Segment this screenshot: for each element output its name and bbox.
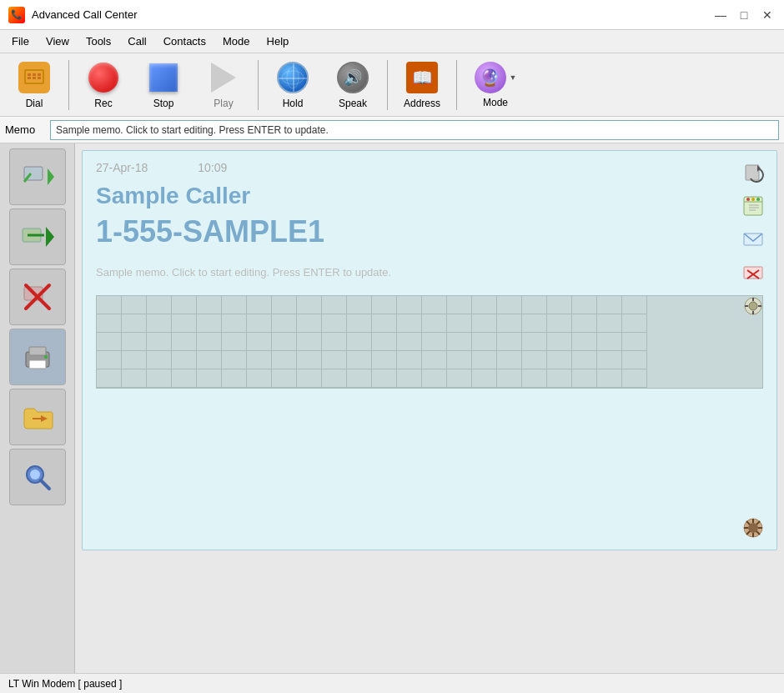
play-label: Play: [214, 98, 233, 109]
rec-label: Rec: [94, 98, 112, 109]
address-label: Address: [404, 98, 440, 109]
dial-icon: [18, 62, 50, 93]
rec-icon: [88, 63, 118, 93]
separator-3: [387, 60, 388, 110]
menu-file[interactable]: File: [3, 33, 38, 50]
menu-tools[interactable]: Tools: [78, 33, 119, 50]
toolbar: Dial Rec Stop Play Ho: [0, 53, 784, 117]
status-text: LT Win Modem [ paused ]: [8, 678, 122, 690]
menu-mode[interactable]: Mode: [214, 33, 259, 50]
svg-point-43: [749, 302, 757, 310]
right-panel: 27-Apr-18 10:09: [75, 143, 784, 673]
svg-point-26: [30, 470, 40, 480]
sidebar-print-button[interactable]: [9, 329, 66, 385]
caller-date: 27-Apr-18: [96, 161, 148, 174]
svg-rect-39: [744, 267, 762, 279]
svg-marker-11: [48, 168, 54, 185]
stop-label: Stop: [153, 98, 174, 109]
speak-button[interactable]: 🔊 Speak: [324, 57, 382, 113]
bottom-settings-row: [740, 515, 766, 541]
caller-card: 27-Apr-18 10:09: [82, 150, 777, 550]
sidebar-transfer-button[interactable]: [9, 148, 66, 205]
hold-label: Hold: [283, 98, 304, 109]
sidebar-search-button[interactable]: [9, 449, 66, 505]
address-icon-wrap: 📖: [405, 61, 440, 94]
minimize-button[interactable]: —: [712, 7, 729, 23]
menu-contacts[interactable]: Contacts: [155, 33, 214, 50]
svg-rect-28: [746, 165, 759, 180]
caller-settings-button[interactable]: [740, 293, 766, 319]
dial-button[interactable]: Dial: [5, 57, 63, 113]
hold-button[interactable]: Hold: [264, 57, 322, 113]
speak-icon-wrap: 🔊: [335, 61, 370, 94]
address-icon: 📖: [406, 62, 438, 93]
separator-1: [68, 60, 69, 110]
address-button[interactable]: 📖 Address: [393, 57, 451, 113]
call-grid: [96, 295, 763, 389]
maximize-button[interactable]: □: [736, 7, 752, 23]
sidebar-reject-button[interactable]: [9, 269, 66, 325]
svg-point-34: [756, 198, 760, 201]
dial-icon-wrap: [17, 61, 52, 94]
sidebar: [0, 143, 75, 673]
sidebar-open-button[interactable]: [9, 389, 66, 445]
dial-label: Dial: [26, 98, 43, 109]
play-icon: [211, 63, 236, 93]
status-bar: LT Win Modem [ paused ]: [0, 673, 784, 693]
caller-refresh-button[interactable]: [740, 159, 766, 186]
menu-call[interactable]: Call: [119, 33, 154, 50]
window-title: Advanced Call Center: [32, 8, 137, 21]
title-bar: 📞 Advanced Call Center — □ ✕: [0, 0, 784, 30]
separator-2: [258, 60, 259, 110]
stop-icon-wrap: [146, 61, 181, 94]
play-icon-wrap: [206, 61, 241, 94]
svg-point-8: [282, 71, 304, 84]
menu-help[interactable]: Help: [259, 33, 298, 50]
stop-button[interactable]: Stop: [134, 57, 193, 113]
app-icon: 📞: [8, 7, 25, 23]
svg-rect-22: [44, 355, 48, 359]
sidebar-forward-button[interactable]: [9, 208, 66, 265]
menu-view[interactable]: View: [38, 33, 78, 50]
svg-rect-4: [38, 73, 41, 76]
caller-name: Sample Caller: [96, 183, 763, 209]
svg-rect-2: [28, 73, 31, 76]
mode-button[interactable]: 🔮 ▼ Mode: [462, 57, 529, 113]
hold-icon-wrap: [275, 61, 310, 94]
mode-dropdown-arrow: ▼: [510, 73, 517, 82]
bottom-settings-button[interactable]: [740, 515, 766, 541]
svg-rect-21: [29, 360, 46, 369]
play-button[interactable]: Play: [194, 57, 253, 113]
svg-point-32: [746, 198, 750, 201]
svg-rect-20: [29, 347, 46, 355]
caller-card-header: 27-Apr-18 10:09: [96, 161, 763, 174]
mode-icon-row: 🔮 ▼: [475, 62, 517, 93]
rec-button[interactable]: Rec: [74, 57, 133, 113]
hold-icon: [277, 62, 309, 93]
title-bar-controls: — □ ✕: [712, 7, 776, 23]
caller-dismiss-button[interactable]: [740, 259, 766, 286]
svg-marker-14: [46, 227, 54, 247]
close-button[interactable]: ✕: [759, 7, 776, 23]
svg-rect-7: [38, 77, 41, 79]
main-area: 27-Apr-18 10:09: [0, 143, 784, 673]
speak-icon: 🔊: [337, 62, 369, 93]
memo-bar: Memo: [0, 117, 784, 143]
menu-bar: File View Tools Call Contacts Mode Help: [0, 30, 784, 53]
title-bar-left: 📞 Advanced Call Center: [8, 7, 137, 23]
separator-4: [456, 60, 457, 110]
caller-memo-text: Sample memo. Click to start editing. Pre…: [96, 266, 763, 279]
mode-icon: 🔮: [475, 62, 506, 93]
caller-web-button[interactable]: [740, 193, 766, 219]
memo-input[interactable]: [50, 120, 779, 140]
caller-email-button[interactable]: [740, 226, 766, 253]
svg-rect-5: [28, 77, 31, 79]
mode-label: Mode: [483, 97, 508, 108]
rec-icon-wrap: [86, 61, 121, 94]
svg-line-27: [41, 480, 49, 489]
svg-point-9: [287, 67, 299, 88]
caller-number: 1-555-SAMPLE1: [96, 214, 763, 249]
svg-rect-6: [33, 77, 36, 79]
svg-rect-3: [33, 73, 36, 76]
stop-icon: [149, 63, 178, 92]
